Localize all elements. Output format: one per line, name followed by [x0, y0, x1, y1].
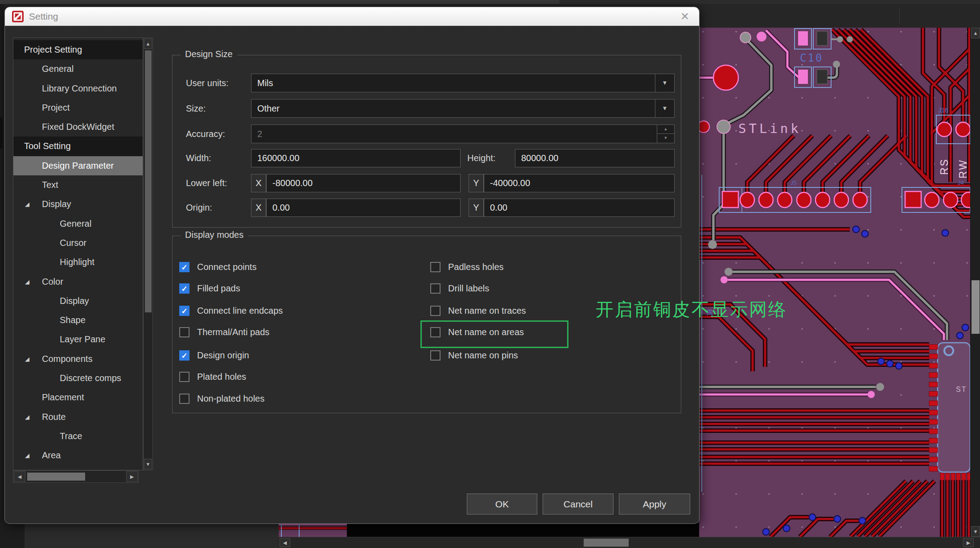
sidebar-item-trace[interactable]: Trace [13, 427, 143, 446]
apply-button[interactable]: Apply [619, 494, 690, 515]
sidebar-item-fixed-dockwidget[interactable]: Fixed DockWidget [13, 117, 143, 137]
bottom-left-dark-panel [0, 523, 25, 548]
pcb-vertical-scrollbar[interactable]: ▲ ▼ [970, 28, 980, 537]
app-left-notch [0, 117, 3, 149]
scroll-down-icon[interactable]: ▼ [971, 526, 980, 537]
sidebar-item-design-parameter[interactable]: Design Parameter [13, 156, 143, 175]
pcb-horizontal-scrollbar[interactable]: ◀ ▶ [279, 537, 980, 548]
user-units-select[interactable]: Mils ▼ [251, 74, 675, 92]
width-input[interactable]: 160000.00 [251, 149, 461, 167]
pcb-hscroll-thumb[interactable] [584, 539, 629, 547]
cancel-button[interactable]: Cancel [543, 494, 614, 515]
checkbox-box[interactable]: ✓ [179, 283, 189, 294]
spinner-arrows[interactable]: ▲ ▼ [657, 125, 674, 143]
expand-icon[interactable]: ◢ [25, 446, 29, 465]
sidebar-item-project-setting[interactable]: Project Setting [13, 40, 143, 59]
sidebar-item-placement[interactable]: Placement [13, 388, 143, 407]
checkbox-box[interactable]: ✓ [430, 327, 441, 337]
height-label: Height: [467, 149, 495, 167]
close-icon[interactable]: ✕ [678, 10, 692, 23]
sidebar-item-cursor[interactable]: Cursor [13, 233, 143, 253]
scroll-down-icon[interactable]: ▼ [144, 459, 152, 469]
sidebar-item-area[interactable]: ◢Area [13, 446, 143, 465]
app-screen: STLink C10 J5 [0, 0, 980, 548]
annotation-text: 开启前铜皮不显示网络 [596, 297, 787, 322]
pcb-canvas[interactable]: STLink C10 J5 [699, 28, 970, 537]
lower-left-y-input[interactable]: -40000.00 [484, 174, 675, 192]
sidebar-item-library-connection[interactable]: Library Connection [13, 79, 143, 98]
sidebar-item-general[interactable]: General [13, 59, 143, 79]
scroll-up-icon[interactable]: ▲ [144, 38, 152, 49]
sidebar-horizontal-scrollbar[interactable]: ◀ ▶ [13, 470, 139, 483]
sidebar-item-display-general[interactable]: General [13, 214, 143, 233]
checkmark-icon: ✓ [180, 284, 189, 294]
scroll-right-icon[interactable]: ▶ [126, 471, 138, 482]
accuracy-spinbox[interactable]: 2 ▲ ▼ [251, 125, 675, 143]
expand-icon[interactable]: ◢ [25, 272, 29, 291]
sidebar-item-route[interactable]: ◢Route [13, 407, 143, 427]
pad-round [699, 121, 709, 133]
height-input[interactable]: 80000.00 [515, 149, 675, 167]
sidebar-item-text[interactable]: Text [13, 175, 143, 195]
size-select[interactable]: Other ▼ [251, 99, 675, 118]
scroll-right-icon[interactable]: ▶ [963, 538, 974, 547]
sidebar-item-components[interactable]: ◢Components [13, 349, 143, 369]
size-label: Size: [186, 99, 206, 118]
board-bottom-sliver [279, 523, 347, 537]
sidebar-vscroll-thumb[interactable] [145, 50, 152, 312]
checkbox-box[interactable]: ✓ [179, 327, 189, 337]
pad-square [905, 191, 921, 208]
checkbox-box[interactable]: ✓ [430, 350, 441, 361]
pcb-label-j4: J4 [958, 179, 964, 186]
sidebar-item-highlight[interactable]: Highlight [13, 253, 143, 272]
settings-tree: Project Setting General Library Connecti… [13, 37, 143, 470]
pad-pink [868, 391, 875, 398]
pad-pink [721, 276, 728, 283]
origin-x-input[interactable]: 0.00 [266, 199, 461, 217]
chevron-down-icon[interactable]: ▼ [655, 74, 674, 92]
expand-icon[interactable]: ◢ [25, 407, 29, 427]
checkbox-box[interactable]: ✓ [179, 394, 189, 404]
pin-dot [833, 61, 840, 68]
sidebar-item-display[interactable]: ◢Display [13, 195, 143, 214]
scroll-left-icon[interactable]: ◀ [14, 471, 25, 482]
sidebar-vertical-scrollbar[interactable]: ▲ ▼ [143, 37, 153, 470]
spin-up-icon[interactable]: ▲ [657, 125, 674, 134]
spin-down-icon[interactable]: ▼ [657, 134, 674, 142]
display-modes-group: Display modes ✓Connect points ✓Filled pa… [172, 236, 681, 413]
ok-button[interactable]: OK [467, 494, 537, 515]
lower-left-x-input[interactable]: -80000.00 [266, 174, 461, 192]
checkbox-box[interactable]: ✓ [179, 350, 189, 361]
sidebar-item-tool-setting[interactable]: Tool Setting [13, 137, 143, 156]
editor-toolbar-strip [699, 4, 980, 28]
app-left-edge [0, 4, 4, 548]
sidebar-item-discrete-comps[interactable]: Discrete comps [13, 369, 143, 388]
chevron-down-icon[interactable]: ▼ [655, 100, 674, 117]
sidebar-hscroll-thumb[interactable] [27, 473, 85, 481]
sidebar-item-project[interactable]: Project [13, 98, 143, 117]
checkmark-icon: ✓ [180, 307, 189, 316]
toolbar-divider [899, 7, 900, 24]
canvas-bottom-strip [279, 523, 699, 537]
checkbox-box[interactable]: ✓ [179, 372, 189, 382]
origin-label: Origin: [186, 199, 212, 217]
expand-icon[interactable]: ◢ [25, 195, 29, 214]
pad-smd-dark [817, 70, 828, 84]
origin-y-input[interactable]: 0.00 [484, 199, 675, 217]
scroll-left-icon[interactable]: ◀ [280, 538, 290, 547]
expand-icon[interactable]: ◢ [25, 349, 29, 369]
checkbox-box[interactable]: ✓ [430, 306, 441, 316]
pcb-label-rw: RW [957, 159, 969, 179]
checkbox-box[interactable]: ✓ [179, 306, 189, 316]
sidebar-item-color-display[interactable]: Display [13, 291, 143, 311]
sidebar-item-color[interactable]: ◢Color [13, 272, 143, 291]
pad-gray [708, 240, 717, 249]
checkbox-box[interactable]: ✓ [179, 262, 189, 272]
pcb-vscroll-thumb[interactable] [972, 280, 980, 334]
dialog-titlebar[interactable]: Setting ✕ [5, 7, 699, 26]
sidebar-item-layer-pane[interactable]: Layer Pane [13, 330, 143, 349]
sidebar-item-shape[interactable]: Shape [13, 311, 143, 330]
scroll-up-icon[interactable]: ▲ [971, 28, 980, 38]
checkbox-box[interactable]: ✓ [430, 283, 441, 294]
checkbox-box[interactable]: ✓ [430, 262, 441, 272]
